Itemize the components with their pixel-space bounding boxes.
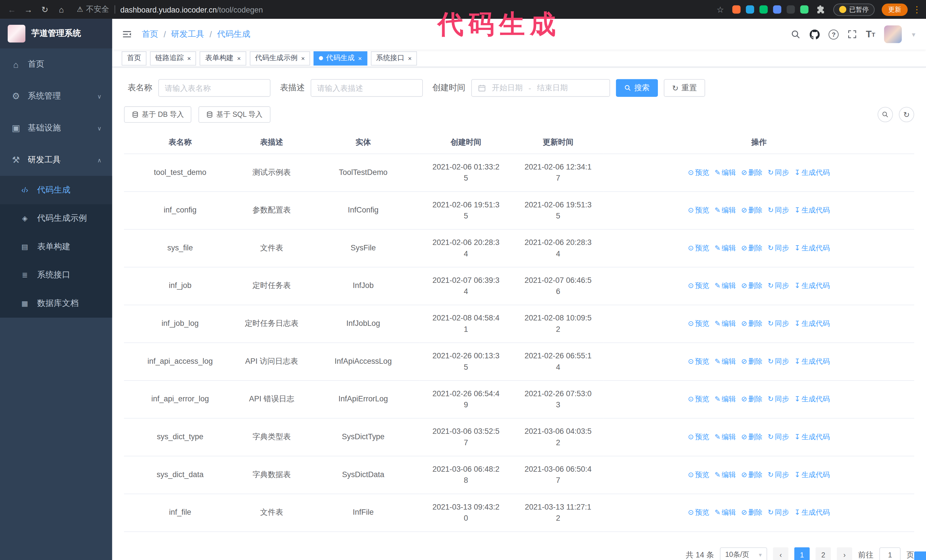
search-icon[interactable]: [791, 29, 801, 39]
preview-link[interactable]: ⊙预览: [688, 167, 709, 178]
browser-menu-icon[interactable]: ⋮: [912, 4, 921, 15]
sidebar-item-codegen[interactable]: ‹/›代码生成: [0, 176, 112, 204]
search-button[interactable]: 搜索: [616, 79, 658, 97]
tab[interactable]: 首页: [122, 51, 147, 65]
edit-link[interactable]: ✎编辑: [714, 507, 736, 518]
breadcrumb-item[interactable]: 代码生成: [217, 29, 250, 39]
generate-code-link[interactable]: ↧生成代码: [794, 281, 830, 291]
tab[interactable]: 表单构建×: [200, 51, 246, 65]
page-button[interactable]: 2: [816, 547, 831, 560]
extension-fox-icon[interactable]: [732, 5, 740, 14]
page-size-select[interactable]: 10条/页 ▾: [720, 547, 767, 560]
bookmark-star-icon[interactable]: ☆: [717, 5, 724, 14]
edit-link[interactable]: ✎编辑: [714, 356, 736, 367]
edit-link[interactable]: ✎编辑: [714, 318, 736, 329]
edit-link[interactable]: ✎编辑: [714, 281, 736, 291]
preview-link[interactable]: ⊙预览: [688, 394, 709, 404]
reload-button[interactable]: ↻: [38, 2, 52, 17]
back-button[interactable]: ←: [5, 2, 19, 17]
generate-code-link[interactable]: ↧生成代码: [794, 469, 830, 480]
edit-link[interactable]: ✎编辑: [714, 167, 736, 178]
breadcrumb-item[interactable]: 研发工具: [171, 29, 204, 39]
delete-link[interactable]: ⊘删除: [741, 281, 763, 291]
font-size-icon[interactable]: TT: [866, 29, 875, 39]
tab[interactable]: 代码生成示例×: [250, 51, 310, 65]
preview-link[interactable]: ⊙预览: [688, 432, 709, 442]
delete-link[interactable]: ⊘删除: [741, 356, 763, 367]
sync-link[interactable]: ↻同步: [768, 394, 789, 404]
generate-code-link[interactable]: ↧生成代码: [794, 205, 830, 215]
goto-page-input[interactable]: [879, 547, 901, 560]
sync-link[interactable]: ↻同步: [768, 356, 789, 367]
page-button[interactable]: 1: [794, 547, 810, 560]
prev-page-button[interactable]: ‹: [773, 547, 788, 560]
delete-link[interactable]: ⊘删除: [741, 469, 763, 480]
sync-link[interactable]: ↻同步: [768, 318, 789, 329]
tab-close-icon[interactable]: ×: [237, 55, 241, 62]
generate-code-link[interactable]: ↧生成代码: [794, 507, 830, 518]
extension-check-icon[interactable]: [759, 5, 767, 14]
tab[interactable]: 链路追踪×: [150, 51, 196, 65]
reset-button[interactable]: ↻ 重置: [664, 79, 705, 97]
next-page-button[interactable]: ›: [837, 547, 852, 560]
breadcrumb-item[interactable]: 首页: [142, 29, 158, 39]
sync-link[interactable]: ↻同步: [768, 469, 789, 480]
delete-link[interactable]: ⊘删除: [741, 432, 763, 442]
edit-link[interactable]: ✎编辑: [714, 243, 736, 253]
fullscreen-icon[interactable]: [848, 30, 857, 39]
preview-link[interactable]: ⊙预览: [688, 507, 709, 518]
delete-link[interactable]: ⊘删除: [741, 394, 763, 404]
preview-link[interactable]: ⊙预览: [688, 205, 709, 215]
sidebar-item-infrastructure[interactable]: ▣基础设施∨: [0, 112, 112, 144]
date-range-picker[interactable]: 开始日期 - 结束日期: [471, 79, 610, 97]
delete-link[interactable]: ⊘删除: [741, 205, 763, 215]
edit-link[interactable]: ✎编辑: [714, 394, 736, 404]
sidebar-item-system-api[interactable]: ≣系统接口: [0, 261, 112, 289]
tab-close-icon[interactable]: ×: [187, 55, 191, 62]
sync-link[interactable]: ↻同步: [768, 281, 789, 291]
address-bar[interactable]: ⚠ 不安全 dashboard.yudao.iocoder.cn/tool/co…: [77, 4, 706, 15]
edit-link[interactable]: ✎编辑: [714, 432, 736, 442]
help-icon[interactable]: ?: [829, 29, 838, 39]
delete-link[interactable]: ⊘删除: [741, 507, 763, 518]
sidebar-item-codegen-example[interactable]: ◈代码生成示例: [0, 204, 112, 232]
sync-link[interactable]: ↻同步: [768, 432, 789, 442]
extensions-puzzle-icon[interactable]: [816, 5, 825, 14]
sidebar-item-dev-tools[interactable]: ⚒研发工具∧: [0, 144, 112, 176]
update-button[interactable]: 更新: [882, 3, 908, 16]
table-desc-input[interactable]: [310, 79, 423, 97]
tab[interactable]: 代码生成×: [314, 51, 367, 65]
table-name-input[interactable]: [158, 79, 270, 97]
generate-code-link[interactable]: ↧生成代码: [794, 356, 830, 367]
extension-dark-icon[interactable]: [787, 5, 795, 14]
preview-link[interactable]: ⊙预览: [688, 356, 709, 367]
back-to-top-button[interactable]: [914, 551, 926, 560]
start-date-placeholder[interactable]: 开始日期: [492, 83, 523, 93]
avatar-caret-icon[interactable]: ▼: [911, 31, 917, 38]
sync-link[interactable]: ↻同步: [768, 205, 789, 215]
extension-drop-icon[interactable]: [746, 5, 754, 14]
sync-link[interactable]: ↻同步: [768, 167, 789, 178]
import-db-button[interactable]: 基于 DB 导入: [124, 106, 191, 123]
user-avatar[interactable]: [884, 25, 902, 43]
generate-code-link[interactable]: ↧生成代码: [794, 432, 830, 442]
browser-home-button[interactable]: ⌂: [54, 2, 69, 17]
delete-link[interactable]: ⊘删除: [741, 318, 763, 329]
edit-link[interactable]: ✎编辑: [714, 469, 736, 480]
sync-link[interactable]: ↻同步: [768, 243, 789, 253]
import-sql-button[interactable]: 基于 SQL 导入: [198, 106, 270, 123]
sidebar-item-form-builder[interactable]: ▤表单构建: [0, 233, 112, 261]
toggle-search-button[interactable]: [878, 107, 893, 122]
preview-link[interactable]: ⊙预览: [688, 281, 709, 291]
sidebar-item-system-management[interactable]: ⚙系统管理∨: [0, 80, 112, 112]
preview-link[interactable]: ⊙预览: [688, 318, 709, 329]
github-icon[interactable]: [810, 29, 820, 39]
logo[interactable]: 芋道管理系统: [0, 19, 112, 48]
generate-code-link[interactable]: ↧生成代码: [794, 394, 830, 404]
extension-people-icon[interactable]: [773, 5, 781, 14]
tab-close-icon[interactable]: ×: [358, 55, 362, 62]
sidebar-item-home[interactable]: ⌂首页: [0, 48, 112, 80]
preview-link[interactable]: ⊙预览: [688, 469, 709, 480]
refresh-button[interactable]: ↻: [899, 107, 914, 122]
generate-code-link[interactable]: ↧生成代码: [794, 243, 830, 253]
